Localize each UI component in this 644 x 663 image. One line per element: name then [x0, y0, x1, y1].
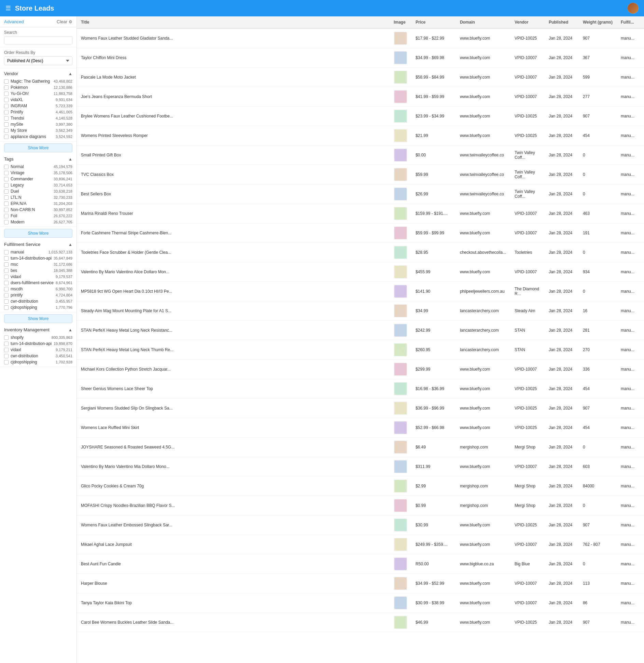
filter-checkbox[interactable] — [4, 268, 9, 273]
col-header-price[interactable]: Price — [411, 16, 456, 28]
table-row[interactable]: Pascale La Mode Moto Jacket $58.99 - $84… — [77, 68, 644, 87]
list-item[interactable]: Magic: The Gathering 43,468,802 — [4, 78, 72, 84]
filter-checkbox[interactable] — [4, 281, 9, 285]
product-domain[interactable]: www.bluefly.com — [456, 535, 510, 554]
table-row[interactable]: MOFASHI Crispy Noodles-Brazilian BBQ Fla… — [77, 496, 644, 515]
product-domain[interactable]: www.bluefly.com — [456, 593, 510, 613]
product-domain[interactable]: www.bluefly.com — [456, 457, 510, 476]
product-domain[interactable]: lancasterarchery.com — [456, 321, 510, 340]
table-row[interactable]: Womens Printed Sleeveless Romper $21.99 … — [77, 126, 644, 146]
filter-checkbox[interactable] — [4, 195, 9, 200]
filter-checkbox[interactable] — [4, 262, 9, 267]
filter-checkbox[interactable] — [4, 202, 9, 206]
tags-header[interactable]: Tags ▲ — [4, 156, 72, 162]
product-domain[interactable]: www.bluefly.com — [456, 107, 510, 126]
list-item[interactable]: cjdropshipping 1,702,928 — [4, 359, 72, 365]
filter-checkbox[interactable] — [4, 348, 9, 352]
advanced-link[interactable]: Advanced — [4, 19, 24, 24]
product-domain[interactable]: www.bluefly.com — [456, 28, 510, 48]
list-item[interactable]: msc 31,172,686 — [4, 261, 72, 267]
list-item[interactable]: My Store 3,562,349 — [4, 127, 72, 134]
list-item[interactable]: Commander 33,836,241 — [4, 176, 72, 182]
filter-checkbox[interactable] — [4, 98, 9, 102]
table-row[interactable]: Small Printed Gift Box $0.00 www.twinval… — [77, 146, 644, 165]
list-item[interactable]: Pokémon 12,130,886 — [4, 84, 72, 91]
table-row[interactable]: Best Aunt Fun Candle R50.00 www.bigblue.… — [77, 554, 644, 574]
table-row[interactable]: JOYSHARE Seasoned & Roasted Seaweed 4.5G… — [77, 438, 644, 457]
filter-checkbox[interactable] — [4, 342, 9, 346]
product-domain[interactable]: lancasterarchery.com — [456, 340, 510, 360]
inventory-header[interactable]: Inventory Management ▲ — [4, 327, 72, 332]
list-item[interactable]: Foil 26,670,222 — [4, 213, 72, 219]
table-row[interactable]: Valentino By Mario Valentino Alice Dolla… — [77, 262, 644, 282]
filter-checkbox[interactable] — [4, 287, 9, 291]
filter-checkbox[interactable] — [4, 293, 9, 298]
col-header-domain[interactable]: Domain — [456, 16, 510, 28]
table-row[interactable]: Womens Faux Leather Studded Gladiator Sa… — [77, 28, 644, 48]
filter-checkbox[interactable] — [4, 208, 9, 212]
product-domain[interactable]: www.bluefly.com — [456, 126, 510, 146]
tags-show-more-button[interactable]: Show More — [4, 229, 72, 238]
list-item[interactable]: printify 4,724,804 — [4, 292, 72, 298]
product-domain[interactable]: www.bluefly.com — [456, 223, 510, 243]
list-item[interactable]: EPA:N/A 31,204,203 — [4, 201, 72, 207]
table-row[interactable]: Best Sellers Box $26.99 www.twinvalleyco… — [77, 184, 644, 204]
list-item[interactable]: shopify 800,335,863 — [4, 334, 72, 341]
filter-checkbox[interactable] — [4, 360, 9, 364]
table-row[interactable]: Steady-Aim Mag Mount Mounting Plate for … — [77, 301, 644, 321]
product-domain[interactable]: www.bluefly.com — [456, 515, 510, 535]
list-item[interactable]: Trendsi 4,140,528 — [4, 115, 72, 121]
product-domain[interactable]: www.bluefly.com — [456, 68, 510, 87]
list-item[interactable]: dsers-fulfillment-service 8,674,961 — [4, 280, 72, 286]
order-select[interactable]: Published At (Desc)Published At (Asc)Pri… — [4, 56, 72, 65]
table-row[interactable]: TVC Classics Box $59.99 www.twinvalleyco… — [77, 165, 644, 184]
product-domain[interactable]: www.twinvalleycoffee.co — [456, 165, 510, 184]
list-item[interactable]: cwr-distribution 3,455,957 — [4, 298, 72, 304]
vendor-header[interactable]: Vendor ▲ — [4, 71, 72, 76]
filter-checkbox[interactable] — [4, 214, 9, 218]
filter-checkbox[interactable] — [4, 171, 9, 175]
product-domain[interactable]: mergishop.com — [456, 476, 510, 496]
filter-checkbox[interactable] — [4, 135, 9, 139]
list-item[interactable]: turn-14-distribution-api 19,898,870 — [4, 341, 72, 347]
list-item[interactable]: mySite 3,997,380 — [4, 121, 72, 127]
table-row[interactable]: Michael Kors Collection Python Stretch J… — [77, 360, 644, 379]
list-item[interactable]: mscdh 6,990,700 — [4, 286, 72, 292]
filter-checkbox[interactable] — [4, 189, 9, 194]
list-item[interactable]: INGRAM 5,723,339 — [4, 103, 72, 109]
filter-checkbox[interactable] — [4, 275, 9, 279]
table-row[interactable]: Forte Cashmere Thermal Stripe Cashmere-B… — [77, 223, 644, 243]
filter-checkbox[interactable] — [4, 250, 9, 254]
table-row[interactable]: Tooletries Face Scrubber & Holder (Gentl… — [77, 243, 644, 262]
filter-checkbox[interactable] — [4, 177, 9, 181]
filter-checkbox[interactable] — [4, 220, 9, 224]
list-item[interactable]: Legacy 33,714,653 — [4, 182, 72, 188]
table-row[interactable]: Harper Blouse $34.99 - $52.99 www.bluefl… — [77, 574, 644, 593]
filter-checkbox[interactable] — [4, 92, 9, 96]
list-item[interactable]: LTL:N 32,730,233 — [4, 194, 72, 201]
avatar[interactable] — [628, 3, 639, 14]
table-row[interactable]: STAN PerfeX Heavy Metal Long Neck Thumb … — [77, 340, 644, 360]
col-header-vendor[interactable]: Vendor — [510, 16, 545, 28]
table-row[interactable]: Sheer Genius Womens Lace Sheer Top $16.9… — [77, 379, 644, 399]
filter-checkbox[interactable] — [4, 122, 9, 127]
col-header-published[interactable]: Published — [545, 16, 579, 28]
vendor-show-more-button[interactable]: Show More — [4, 143, 72, 152]
col-header-title[interactable]: Title — [77, 16, 390, 28]
fulfillment-show-more-button[interactable]: Show More — [4, 314, 72, 323]
table-row[interactable]: Womens Lace Ruffled Mini Skirt $52.99 - … — [77, 418, 644, 438]
list-item[interactable]: appliance diagrams 3,524,592 — [4, 134, 72, 140]
table-row[interactable]: STAN PerfeX Heavy Metal Long Neck Resist… — [77, 321, 644, 340]
product-domain[interactable]: philpeeljewellers.com.au — [456, 282, 510, 301]
filter-checkbox[interactable] — [4, 116, 9, 121]
col-header-weight[interactable]: Weight (grams) — [579, 16, 617, 28]
product-domain[interactable]: checkout.abovethecolla... — [456, 243, 510, 262]
table-row[interactable]: MP5818 9ct WG Open Heart Dia 0.10ct HI/I… — [77, 282, 644, 301]
list-item[interactable]: manual 1,015,927,133 — [4, 249, 72, 255]
filter-checkbox[interactable] — [4, 110, 9, 114]
filter-checkbox[interactable] — [4, 305, 9, 310]
list-item[interactable]: turn-14-distribution-api 35,647,849 — [4, 255, 72, 261]
list-item[interactable]: bes 18,045,388 — [4, 267, 72, 274]
product-domain[interactable]: mergishop.com — [456, 496, 510, 515]
list-item[interactable]: Normal 45,194,579 — [4, 164, 72, 170]
